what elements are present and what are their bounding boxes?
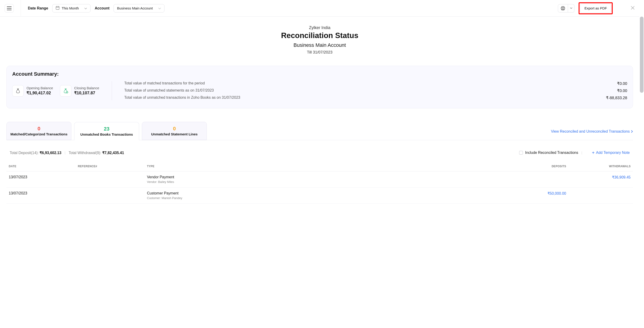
money-bag-icon [12, 85, 24, 97]
hamburger-icon [7, 7, 12, 10]
summary-row-amount: ₹0.00 [617, 81, 627, 86]
tab-unmatched-books-transactions[interactable]: 23Unmatched Books Transactions [74, 122, 139, 140]
tab-label: Matched/Categorized Transactions [10, 132, 68, 136]
tab-label: Unmatched Statement Lines [151, 132, 198, 136]
divider: | [581, 151, 582, 154]
summary-row-amount: ₹-88,833.28 [606, 95, 627, 100]
close-button[interactable] [631, 6, 635, 11]
page-title: Reconciliation Status [6, 31, 633, 40]
cell-withdrawal [568, 188, 633, 204]
col-withdrawals[interactable]: WITHDRAWALS [568, 161, 633, 171]
col-ref[interactable]: REFERENCE# [76, 161, 145, 171]
tab-matched-categorized-transactions[interactable]: 0Matched/Categorized Transactions [6, 122, 72, 140]
view-reconciled-link[interactable]: View Reconciled and Unreconciled Transac… [551, 129, 633, 140]
cell-subtype: Vendor: Bailey Miles [147, 180, 516, 184]
cell-ref [76, 171, 145, 188]
closing-balance-label: Closing Balance [74, 86, 99, 90]
include-reconciled-label: Include Reconciled Transactions [525, 151, 578, 155]
divider: | [64, 151, 66, 154]
table-row[interactable]: 13/07/2023Customer PaymentCustomer: Mani… [6, 188, 633, 204]
summary-row: Total value of unmatched transactions in… [124, 95, 628, 100]
svg-rect-0 [56, 7, 59, 10]
caret-down-icon [570, 7, 572, 9]
money-bag-check-icon [60, 85, 72, 97]
tab-count: 0 [173, 126, 176, 132]
printer-icon [561, 6, 565, 10]
cell-subtype: Customer: Manish Pandey [147, 196, 516, 200]
cell-type: Customer PaymentCustomer: Manish Pandey [145, 188, 518, 204]
chevron-down-icon [158, 6, 161, 10]
summary-row-label: Total value of unmatched transactions in… [124, 95, 240, 100]
cell-ref [76, 188, 145, 204]
summary-row: Total value of unmatched statements as o… [124, 88, 628, 93]
summary-row-label: Total value of unmatched statements as o… [124, 88, 214, 93]
cell-date: 13/07/2023 [6, 188, 76, 204]
table-row[interactable]: 13/07/2023Vendor PaymentVendor: Bailey M… [6, 171, 633, 188]
cell-type: Vendor PaymentVendor: Bailey Miles [145, 171, 518, 188]
col-date[interactable]: DATE [6, 161, 76, 171]
chevron-right-icon [631, 130, 633, 133]
tab-label: Unmatched Books Transactions [80, 132, 133, 136]
summary-row-amount: ₹0.00 [617, 88, 627, 93]
report-till: Till 31/07/2023 [6, 50, 633, 55]
total-withdrawal: Total Withdrawal(9): ₹7,82,435.41 [69, 151, 124, 155]
account-label: Account [95, 6, 110, 10]
close-icon [631, 6, 635, 10]
checkbox-icon [519, 151, 523, 154]
include-reconciled-checkbox[interactable]: Include Reconciled Transactions [519, 151, 578, 155]
export-pdf-label: Export as PDF [584, 6, 607, 10]
account-value: Business Main Account [117, 6, 153, 10]
account-summary-card: Account Summary: Opening Balance ₹1,90,4… [6, 66, 633, 108]
transactions-table: DATE REFERENCE# TYPE DEPOSITS WITHDRAWAL… [6, 161, 633, 204]
svg-rect-3 [562, 9, 564, 10]
summary-row: Total value of matched transactions for … [124, 81, 628, 86]
export-pdf-button[interactable]: Export as PDF [580, 4, 611, 13]
tab-unmatched-statement-lines[interactable]: 0Unmatched Statement Lines [142, 122, 207, 140]
opening-balance-value: ₹1,90,417.02 [26, 90, 53, 95]
date-range-label: Date Range [28, 6, 48, 10]
scrollbar[interactable] [640, 17, 644, 93]
summary-heading: Account Summary: [12, 71, 627, 77]
cell-deposit [518, 171, 568, 188]
report-account: Business Main Account [6, 42, 633, 48]
add-note-label: Add Temporary Note [596, 151, 630, 155]
plus-icon: + [592, 150, 595, 155]
summary-row-label: Total value of matched transactions for … [124, 81, 205, 86]
date-range-value: This Month [62, 6, 79, 10]
date-range-select[interactable]: This Month [52, 4, 90, 13]
print-dropdown[interactable] [568, 4, 574, 13]
org-name: Zylker India [6, 25, 633, 30]
cell-deposit[interactable]: ₹50,000.00 [518, 188, 568, 204]
total-deposit: Total Deposit(14): ₹6,93,602.13 [10, 151, 61, 155]
menu-button[interactable] [4, 4, 14, 13]
print-button[interactable] [558, 4, 568, 13]
opening-balance: Opening Balance ₹1,90,417.02 [12, 81, 53, 100]
divider [112, 81, 112, 100]
account-select[interactable]: Business Main Account [114, 4, 164, 13]
view-reconciled-label: View Reconciled and Unreconciled Transac… [551, 129, 630, 133]
col-type[interactable]: TYPE [145, 161, 518, 171]
export-highlight: Export as PDF [578, 2, 613, 14]
tab-count: 0 [38, 126, 40, 132]
add-temporary-note-button[interactable]: + Add Temporary Note [592, 150, 630, 155]
caret-down-icon [84, 6, 87, 10]
opening-balance-label: Opening Balance [26, 86, 53, 90]
divider [21, 0, 21, 17]
closing-balance: Closing Balance ₹10,107.87 [60, 81, 99, 100]
closing-balance-value: ₹10,107.87 [74, 90, 99, 95]
cell-withdrawal[interactable]: ₹36,909.45 [568, 171, 633, 188]
tab-count: 23 [104, 126, 110, 132]
cell-date: 13/07/2023 [6, 171, 76, 188]
calendar-icon [56, 6, 60, 10]
col-deposits[interactable]: DEPOSITS [518, 161, 568, 171]
